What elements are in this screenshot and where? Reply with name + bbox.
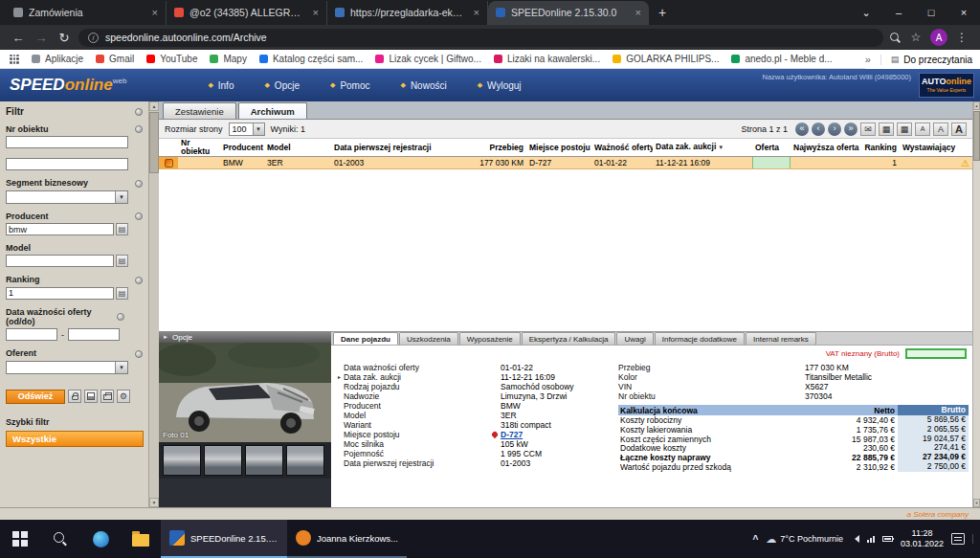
hidden-icons-chevron[interactable]: ^	[752, 534, 758, 545]
sidebar-scroll-thumb[interactable]	[149, 112, 159, 173]
pin-dot-icon[interactable]	[135, 180, 143, 188]
save-icon[interactable]	[84, 390, 98, 403]
bookmark-item[interactable]: YouTube	[146, 54, 197, 64]
result-table-row[interactable]: BMW 3ER 01-2003 177 030 KM D-727 01-01-2…	[159, 157, 972, 169]
action-center-icon[interactable]	[951, 533, 965, 545]
details-tab[interactable]: Uwagi	[616, 332, 653, 345]
address-bar[interactable]: i speedonline.autoonline.com/Archive	[78, 29, 883, 47]
col-oferta[interactable]: Oferta	[752, 144, 791, 152]
pin-dot-icon[interactable]	[135, 350, 143, 358]
dropdown-arrow-icon[interactable]: ▼	[115, 362, 127, 373]
details-tab[interactable]: Internal remarks	[746, 332, 816, 345]
back-icon[interactable]: ←	[10, 31, 27, 45]
font-large-icon[interactable]: A	[951, 123, 967, 136]
details-tab[interactable]: Uszkodzenia	[399, 332, 458, 345]
prev-page-icon[interactable]: ‹	[812, 123, 825, 136]
details-tab[interactable]: Ekspertyza / Kalkulacja	[522, 332, 616, 345]
pin-dot-icon[interactable]	[135, 277, 143, 284]
col-producent[interactable]: Producent	[220, 144, 264, 152]
network-icon[interactable]	[867, 536, 875, 543]
oferent-select[interactable]: ▼	[6, 361, 128, 374]
volume-icon[interactable]	[851, 535, 859, 543]
producent-picker-icon[interactable]: ▤	[116, 223, 128, 235]
producent-input[interactable]	[6, 223, 114, 235]
forward-icon[interactable]: →	[33, 31, 50, 45]
details-tab[interactable]: Dane pojazdu	[333, 332, 398, 345]
grid-view-icon[interactable]: ▦	[897, 123, 912, 136]
main-scrollbar[interactable]: ▲ ▼	[972, 101, 980, 507]
bookmark-item[interactable]: anedo.pl - Meble d...	[731, 54, 832, 64]
pin-dot-icon[interactable]	[135, 212, 143, 220]
pin-dot-icon[interactable]	[117, 313, 124, 321]
taskbar-edge-button[interactable]	[80, 520, 121, 558]
photo-thumbnail[interactable]	[286, 445, 324, 476]
site-info-icon[interactable]: i	[88, 33, 99, 43]
print-icon[interactable]	[100, 390, 114, 403]
font-small-icon[interactable]: A	[915, 123, 930, 136]
last-page-icon[interactable]: »	[844, 123, 858, 136]
grid-view-icon[interactable]: ▦	[879, 123, 894, 136]
bookmark-item[interactable]: Aplikacje	[32, 54, 83, 64]
browser-tab-1[interactable]: Zamówienia ×	[6, 1, 167, 25]
bookmark-item[interactable]: Katalog części sam...	[259, 54, 363, 64]
dropdown-arrow-icon[interactable]: ▼	[115, 191, 127, 203]
segment-select[interactable]: ▼	[6, 190, 128, 204]
taskbar-explorer-button[interactable]	[121, 520, 161, 558]
first-page-icon[interactable]: «	[795, 123, 809, 136]
details-tab[interactable]: Wyposażenie	[459, 332, 521, 345]
vat-input[interactable]	[905, 348, 967, 359]
sidebar-scrollbar[interactable]: ▲ ▼	[148, 101, 159, 507]
bookmark-item[interactable]: Lizak cycek | Giftwo...	[375, 54, 481, 64]
vin-input[interactable]	[6, 158, 128, 170]
refresh-button[interactable]: Odśwież	[6, 390, 65, 404]
model-input[interactable]	[6, 255, 114, 267]
col-przebieg[interactable]: Przebieg	[461, 144, 526, 152]
font-medium-icon[interactable]: A	[933, 123, 948, 136]
all-filter-button[interactable]: Wszystkie	[6, 431, 144, 447]
pin-dot-icon[interactable]	[135, 125, 143, 133]
col-data-pierwszej-rejestracji[interactable]: Data pierwszej rejestracji	[331, 144, 461, 152]
tab-search-icon[interactable]: ⌄	[850, 0, 882, 25]
bookmark-item[interactable]: GOLARKA PHILIPS...	[612, 54, 719, 64]
maximize-button[interactable]: □	[915, 0, 947, 25]
page-size-select[interactable]: 100 ▼	[229, 123, 265, 136]
scroll-down-icon[interactable]: ▼	[149, 498, 159, 507]
browser-tab-3[interactable]: https://przegladarka-ekw.ms.gov... ×	[327, 1, 488, 25]
col-ranking[interactable]: Ranking	[859, 144, 900, 152]
bookmark-star-icon[interactable]: ☆	[907, 31, 924, 44]
ranking-picker-icon[interactable]: ▤	[116, 287, 128, 300]
app-menu-item[interactable]: ◆ Pomoc	[330, 80, 370, 91]
lock-icon[interactable]	[68, 390, 81, 403]
field-value[interactable]: D-727	[492, 430, 523, 439]
dropdown-arrow-icon[interactable]: ▼	[253, 123, 264, 135]
minimize-button[interactable]: –	[882, 0, 915, 25]
tab-close-icon[interactable]: ×	[635, 7, 641, 18]
scroll-down-icon[interactable]: ▼	[973, 499, 980, 507]
main-scroll-track[interactable]	[973, 110, 980, 499]
browser-menu-icon[interactable]: ⋮	[953, 31, 970, 44]
col-data-zak-aukcji[interactable]: Data zak. aukcji▼	[653, 143, 752, 152]
app-menu-item[interactable]: ◆ Nowości	[401, 80, 447, 91]
photo-thumbnail[interactable]	[245, 445, 283, 476]
taskbar-app-speedonline[interactable]: SPEEDonline 2.15.3...	[161, 520, 287, 558]
scroll-up-icon[interactable]: ▲	[973, 101, 980, 110]
next-page-icon[interactable]: ›	[828, 123, 841, 136]
taskbar-clock[interactable]: 11:28 03.01.2022	[901, 528, 944, 550]
data-od-input[interactable]	[6, 328, 57, 341]
browser-tab-2[interactable]: @o2 (34385) ALLEGRO - Poczta ×	[167, 1, 327, 25]
sort-desc-icon[interactable]: ▼	[718, 145, 724, 150]
settings-gear-icon[interactable]: ⚙	[117, 390, 130, 403]
bookmarks-overflow-icon[interactable]: »	[865, 54, 871, 65]
col-nr-obiektu[interactable]: Nr obiektu	[178, 139, 220, 156]
close-button[interactable]: ×	[947, 0, 980, 25]
tab-close-icon[interactable]: ×	[313, 7, 319, 18]
photo-thumbnail[interactable]	[204, 445, 242, 476]
search-icon[interactable]	[889, 32, 902, 44]
vehicle-photo[interactable]: Foto 01	[159, 343, 331, 442]
app-menu-item[interactable]: ◆ Wyloguj	[478, 80, 522, 91]
show-desktop-button[interactable]	[972, 534, 977, 544]
browser-tab-4-active[interactable]: SPEEDonline 2.15.30.0 ×	[488, 1, 649, 25]
reading-list-button[interactable]: ▤ Do przeczytania	[880, 55, 972, 65]
col-waznosc-oferty[interactable]: Ważność oferty	[591, 144, 653, 152]
battery-icon[interactable]	[882, 536, 893, 542]
